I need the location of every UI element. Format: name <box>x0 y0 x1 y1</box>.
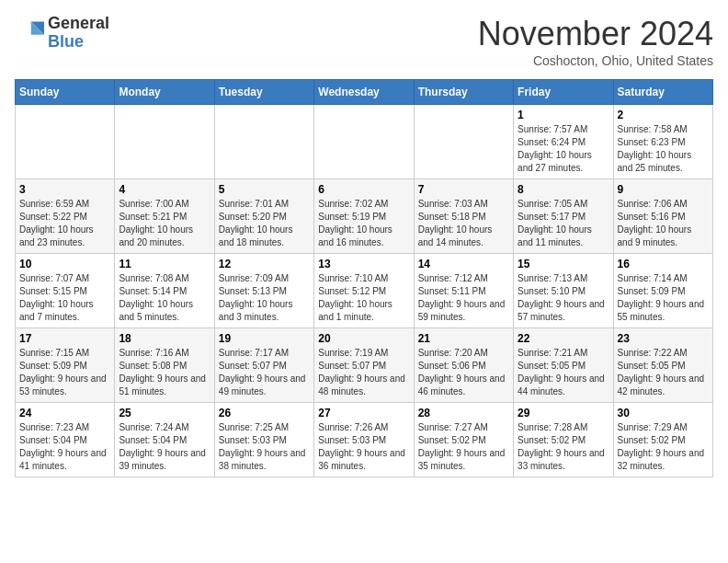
title-block: November 2024 Coshocton, Ohio, United St… <box>478 15 713 68</box>
day-number: 19 <box>219 332 310 345</box>
calendar-cell: 17Sunrise: 7:15 AM Sunset: 5:09 PM Dayli… <box>16 328 115 403</box>
calendar-cell: 5Sunrise: 7:01 AM Sunset: 5:20 PM Daylig… <box>214 179 313 254</box>
logo-line2: Blue <box>48 33 109 52</box>
day-info: Sunrise: 7:27 AM Sunset: 5:02 PM Dayligh… <box>418 421 509 473</box>
day-info: Sunrise: 7:28 AM Sunset: 5:02 PM Dayligh… <box>518 421 609 473</box>
logo-icon <box>15 18 44 48</box>
day-info: Sunrise: 7:17 AM Sunset: 5:07 PM Dayligh… <box>219 347 310 398</box>
day-header-sunday: Sunday <box>16 80 115 105</box>
calendar-cell: 28Sunrise: 7:27 AM Sunset: 5:02 PM Dayli… <box>414 403 513 477</box>
day-header-thursday: Thursday <box>414 80 513 105</box>
calendar-cell: 8Sunrise: 7:05 AM Sunset: 5:17 PM Daylig… <box>514 179 613 254</box>
calendar-cell: 25Sunrise: 7:24 AM Sunset: 5:04 PM Dayli… <box>115 403 214 477</box>
logo-text: General Blue <box>48 15 109 52</box>
day-header-wednesday: Wednesday <box>314 80 414 105</box>
day-info: Sunrise: 7:58 AM Sunset: 6:23 PM Dayligh… <box>618 123 709 175</box>
day-number: 5 <box>219 183 310 196</box>
calendar-cell <box>16 105 115 179</box>
day-number: 17 <box>19 332 110 345</box>
day-number: 3 <box>19 183 110 196</box>
day-info: Sunrise: 7:02 AM Sunset: 5:19 PM Dayligh… <box>318 198 409 249</box>
day-info: Sunrise: 7:10 AM Sunset: 5:12 PM Dayligh… <box>318 272 409 324</box>
day-number: 25 <box>119 407 210 419</box>
day-info: Sunrise: 7:25 AM Sunset: 5:03 PM Dayligh… <box>219 421 310 473</box>
calendar-cell: 27Sunrise: 7:26 AM Sunset: 5:03 PM Dayli… <box>314 403 414 477</box>
calendar-cell: 19Sunrise: 7:17 AM Sunset: 5:07 PM Dayli… <box>214 328 313 403</box>
calendar-header: SundayMondayTuesdayWednesdayThursdayFrid… <box>16 80 713 105</box>
location-subtitle: Coshocton, Ohio, United States <box>478 53 713 68</box>
day-info: Sunrise: 7:22 AM Sunset: 5:05 PM Dayligh… <box>618 347 709 398</box>
day-number: 13 <box>318 258 409 270</box>
day-info: Sunrise: 7:57 AM Sunset: 6:24 PM Dayligh… <box>518 123 609 175</box>
header-row: SundayMondayTuesdayWednesdayThursdayFrid… <box>16 80 713 105</box>
calendar-cell: 24Sunrise: 7:23 AM Sunset: 5:04 PM Dayli… <box>16 403 115 477</box>
day-number: 6 <box>318 183 409 196</box>
calendar-cell: 23Sunrise: 7:22 AM Sunset: 5:05 PM Dayli… <box>613 328 712 403</box>
calendar-week-1: 1Sunrise: 7:57 AM Sunset: 6:24 PM Daylig… <box>16 105 713 179</box>
day-header-saturday: Saturday <box>613 80 712 105</box>
calendar-cell: 11Sunrise: 7:08 AM Sunset: 5:14 PM Dayli… <box>115 254 214 328</box>
calendar-cell: 6Sunrise: 7:02 AM Sunset: 5:19 PM Daylig… <box>314 179 414 254</box>
calendar-table: SundayMondayTuesdayWednesdayThursdayFrid… <box>15 79 713 477</box>
day-number: 7 <box>418 183 509 196</box>
day-number: 9 <box>618 183 709 196</box>
day-number: 29 <box>518 407 609 419</box>
day-number: 2 <box>618 109 709 121</box>
calendar-cell: 18Sunrise: 7:16 AM Sunset: 5:08 PM Dayli… <box>115 328 214 403</box>
calendar-cell: 2Sunrise: 7:58 AM Sunset: 6:23 PM Daylig… <box>613 105 712 179</box>
calendar-cell: 20Sunrise: 7:19 AM Sunset: 5:07 PM Dayli… <box>314 328 414 403</box>
logo: General Blue <box>15 15 109 52</box>
day-info: Sunrise: 7:29 AM Sunset: 5:02 PM Dayligh… <box>618 421 709 473</box>
day-info: Sunrise: 7:24 AM Sunset: 5:04 PM Dayligh… <box>119 421 210 473</box>
day-number: 27 <box>318 407 409 419</box>
day-info: Sunrise: 7:16 AM Sunset: 5:08 PM Dayligh… <box>119 347 210 398</box>
day-header-monday: Monday <box>115 80 214 105</box>
calendar-cell <box>314 105 414 179</box>
calendar-cell: 29Sunrise: 7:28 AM Sunset: 5:02 PM Dayli… <box>514 403 613 477</box>
day-number: 23 <box>618 332 709 345</box>
calendar-cell: 15Sunrise: 7:13 AM Sunset: 5:10 PM Dayli… <box>514 254 613 328</box>
day-info: Sunrise: 7:21 AM Sunset: 5:05 PM Dayligh… <box>518 347 609 398</box>
day-number: 16 <box>618 258 709 270</box>
day-number: 11 <box>119 258 210 270</box>
day-number: 24 <box>19 407 110 419</box>
day-info: Sunrise: 7:26 AM Sunset: 5:03 PM Dayligh… <box>318 421 409 473</box>
day-info: Sunrise: 7:01 AM Sunset: 5:20 PM Dayligh… <box>219 198 310 249</box>
calendar-week-3: 10Sunrise: 7:07 AM Sunset: 5:15 PM Dayli… <box>16 254 713 328</box>
day-header-friday: Friday <box>514 80 613 105</box>
day-info: Sunrise: 6:59 AM Sunset: 5:22 PM Dayligh… <box>19 198 110 249</box>
calendar-cell: 9Sunrise: 7:06 AM Sunset: 5:16 PM Daylig… <box>613 179 712 254</box>
calendar-cell: 26Sunrise: 7:25 AM Sunset: 5:03 PM Dayli… <box>214 403 313 477</box>
calendar-cell: 13Sunrise: 7:10 AM Sunset: 5:12 PM Dayli… <box>314 254 414 328</box>
day-info: Sunrise: 7:19 AM Sunset: 5:07 PM Dayligh… <box>318 347 409 398</box>
calendar-cell: 10Sunrise: 7:07 AM Sunset: 5:15 PM Dayli… <box>16 254 115 328</box>
day-info: Sunrise: 7:05 AM Sunset: 5:17 PM Dayligh… <box>518 198 609 249</box>
logo-line1: General <box>48 15 109 33</box>
day-info: Sunrise: 7:00 AM Sunset: 5:21 PM Dayligh… <box>119 198 210 249</box>
day-info: Sunrise: 7:09 AM Sunset: 5:13 PM Dayligh… <box>219 272 310 324</box>
day-number: 22 <box>518 332 609 345</box>
calendar-cell <box>414 105 513 179</box>
day-number: 12 <box>219 258 310 270</box>
calendar-cell <box>115 105 214 179</box>
day-number: 4 <box>119 183 210 196</box>
day-number: 28 <box>418 407 509 419</box>
calendar-cell <box>214 105 313 179</box>
calendar-week-2: 3Sunrise: 6:59 AM Sunset: 5:22 PM Daylig… <box>16 179 713 254</box>
day-info: Sunrise: 7:12 AM Sunset: 5:11 PM Dayligh… <box>418 272 509 324</box>
day-number: 30 <box>618 407 709 419</box>
day-number: 20 <box>318 332 409 345</box>
day-number: 8 <box>518 183 609 196</box>
day-info: Sunrise: 7:14 AM Sunset: 5:09 PM Dayligh… <box>618 272 709 324</box>
day-info: Sunrise: 7:03 AM Sunset: 5:18 PM Dayligh… <box>418 198 509 249</box>
day-info: Sunrise: 7:20 AM Sunset: 5:06 PM Dayligh… <box>418 347 509 398</box>
day-info: Sunrise: 7:13 AM Sunset: 5:10 PM Dayligh… <box>518 272 609 324</box>
day-number: 18 <box>119 332 210 345</box>
calendar-cell: 1Sunrise: 7:57 AM Sunset: 6:24 PM Daylig… <box>514 105 613 179</box>
day-info: Sunrise: 7:06 AM Sunset: 5:16 PM Dayligh… <box>618 198 709 249</box>
day-number: 14 <box>418 258 509 270</box>
calendar-cell: 16Sunrise: 7:14 AM Sunset: 5:09 PM Dayli… <box>613 254 712 328</box>
day-info: Sunrise: 7:15 AM Sunset: 5:09 PM Dayligh… <box>19 347 110 398</box>
day-number: 1 <box>518 109 609 121</box>
calendar-cell: 12Sunrise: 7:09 AM Sunset: 5:13 PM Dayli… <box>214 254 313 328</box>
